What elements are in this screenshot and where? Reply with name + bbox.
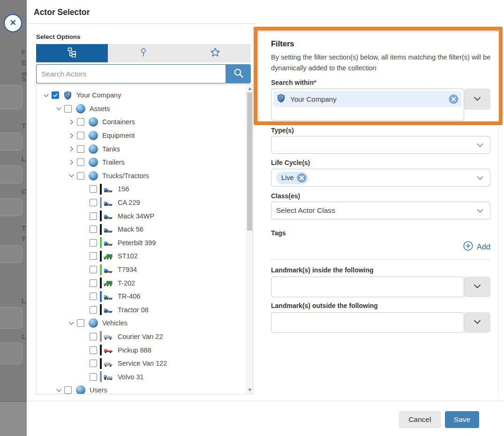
checkbox[interactable]: [90, 306, 97, 314]
tree-row[interactable]: Pickup 888: [37, 343, 253, 357]
tree-row[interactable]: Tractor 08: [37, 303, 253, 317]
toggle-spacer: [78, 225, 90, 233]
tree-row[interactable]: Assets: [37, 102, 253, 116]
tree-item-label: Containers: [102, 118, 135, 126]
checkbox[interactable]: [90, 252, 97, 260]
tree-row[interactable]: Users: [37, 383, 253, 394]
scroll-down-icon[interactable]: [246, 387, 253, 393]
status-bar: [100, 358, 102, 369]
chevron-down-icon[interactable]: [53, 105, 64, 113]
semi-truck-icon: [103, 186, 113, 193]
tree-row[interactable]: T7934: [37, 263, 253, 277]
checkbox[interactable]: [64, 386, 72, 394]
tree-row[interactable]: Equipment: [37, 129, 253, 143]
chevron-right-icon[interactable]: [66, 131, 77, 140]
checkbox[interactable]: [90, 226, 97, 233]
types-label: Type(s): [271, 127, 294, 134]
close-button[interactable]: [4, 14, 22, 32]
chevron-down-icon[interactable]: [66, 319, 77, 327]
cancel-button[interactable]: Cancel: [399, 411, 441, 428]
footer-divider: [27, 401, 504, 401]
tree-row[interactable]: CA 229: [37, 196, 253, 210]
tree-row[interactable]: TR-406: [37, 290, 253, 303]
tree-row[interactable]: 156: [37, 182, 253, 196]
checkbox[interactable]: [90, 373, 97, 381]
types-select[interactable]: [271, 136, 490, 154]
checkbox[interactable]: [77, 118, 84, 126]
actor-search: [36, 64, 251, 83]
tree-row[interactable]: Service Van 122: [37, 357, 253, 370]
checkbox[interactable]: [90, 266, 97, 273]
chevron-down-icon: [471, 92, 483, 106]
checkbox[interactable]: [52, 91, 59, 99]
semi-truck-icon: [103, 306, 113, 313]
landmarks-outside-dropdown-button[interactable]: [464, 312, 490, 333]
checkbox[interactable]: [77, 319, 84, 327]
semi-truck-icon: [103, 293, 113, 300]
chevron-right-icon[interactable]: [66, 158, 77, 166]
checkbox[interactable]: [90, 360, 97, 367]
checkbox[interactable]: [90, 239, 97, 247]
tree-item-label: Tractor 08: [118, 306, 149, 314]
semi-truck-icon: [103, 239, 113, 246]
checkbox[interactable]: [90, 212, 97, 220]
chip-label: Your Company: [290, 95, 337, 103]
tab-favorites[interactable]: [179, 44, 251, 62]
landmarks-inside-field[interactable]: [271, 277, 464, 297]
tree-scrollbar[interactable]: [246, 85, 253, 394]
add-tag-button[interactable]: Add: [271, 241, 490, 253]
tree-row[interactable]: Your Company: [37, 89, 253, 102]
checkbox[interactable]: [90, 279, 97, 287]
checkbox[interactable]: [90, 333, 97, 340]
save-button[interactable]: Save: [445, 411, 479, 428]
background-page-footer: [0, 401, 27, 436]
checkbox[interactable]: [77, 132, 84, 139]
search-input[interactable]: [36, 64, 226, 83]
tree-row[interactable]: Volvo 31: [37, 370, 253, 383]
tree-row[interactable]: ST102: [37, 249, 253, 263]
tree-row[interactable]: Trailers: [37, 156, 253, 169]
checkbox[interactable]: [90, 185, 97, 193]
chevron-down-icon[interactable]: [40, 91, 52, 99]
search-button[interactable]: [226, 64, 251, 83]
tab-location[interactable]: [108, 44, 180, 62]
search-within-field[interactable]: Your Company: [271, 89, 464, 120]
classes-select[interactable]: Select Actor Class: [271, 202, 490, 219]
tree-row[interactable]: Mack 34WP: [37, 209, 253, 223]
background-text-fragment: C: [22, 188, 27, 195]
chevron-right-icon[interactable]: [66, 118, 77, 126]
background-input-fragment: [0, 133, 23, 150]
remove-chip-icon[interactable]: [297, 173, 307, 183]
scrollbar-thumb[interactable]: [247, 92, 252, 231]
tree-row[interactable]: Containers: [37, 115, 253, 129]
chevron-right-icon[interactable]: [66, 145, 77, 153]
tab-hierarchy[interactable]: [36, 44, 108, 62]
scroll-up-icon[interactable]: [246, 85, 253, 92]
checkbox[interactable]: [90, 293, 97, 300]
checkbox[interactable]: [64, 105, 72, 113]
tree-item-label: 156: [118, 185, 129, 193]
background-input-fragment: [0, 245, 23, 263]
tree-row[interactable]: Peterbilt 399: [37, 236, 253, 250]
chevron-down-icon[interactable]: [66, 172, 77, 180]
tree-item-label: Mack 56: [118, 226, 143, 233]
landmarks-inside-dropdown-button[interactable]: [464, 277, 490, 297]
tree-row[interactable]: Tanks: [37, 142, 253, 156]
box-truck-icon: [103, 279, 113, 286]
life-cycles-select[interactable]: Live: [271, 169, 490, 187]
landmarks-outside-field[interactable]: [271, 312, 464, 333]
tree-row[interactable]: Mack 56: [37, 223, 253, 236]
checkbox[interactable]: [90, 346, 97, 354]
remove-chip-icon[interactable]: [449, 94, 459, 104]
search-within-dropdown-button[interactable]: [464, 89, 490, 110]
tree-row[interactable]: Vehicles: [37, 316, 253, 330]
globe-icon: [76, 385, 85, 394]
checkbox[interactable]: [77, 145, 84, 153]
checkbox[interactable]: [77, 172, 84, 180]
chevron-down-icon[interactable]: [53, 386, 64, 394]
tree-row[interactable]: Courier Van 22: [37, 330, 253, 344]
tree-row[interactable]: Trucks/Tractors: [37, 169, 253, 183]
checkbox[interactable]: [77, 158, 84, 166]
checkbox[interactable]: [90, 199, 97, 206]
tree-row[interactable]: T-202: [37, 276, 253, 290]
